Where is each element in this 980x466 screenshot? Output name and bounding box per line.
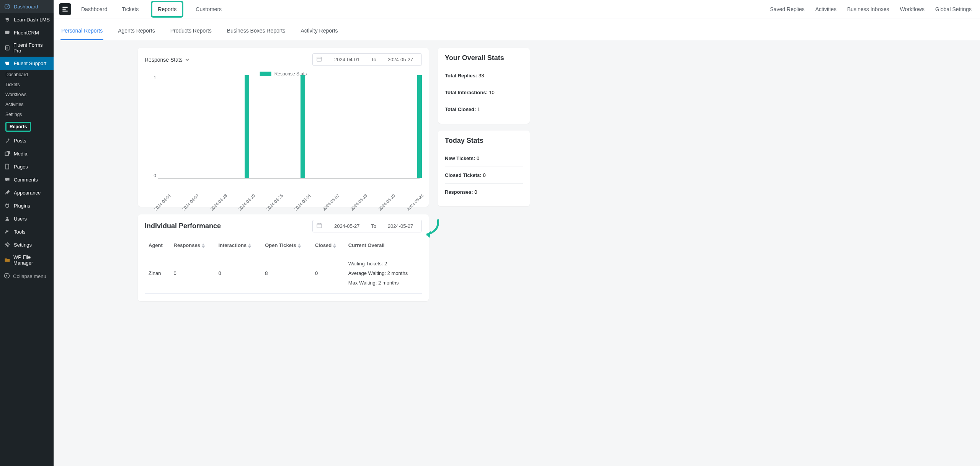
sidebar-item-posts[interactable]: Posts xyxy=(0,134,54,147)
app-logo[interactable] xyxy=(59,3,71,15)
collapse-menu[interactable]: Collapse menu xyxy=(0,270,54,283)
col-closed[interactable]: Closed xyxy=(311,238,345,253)
perf-to-label: To xyxy=(368,223,379,229)
x-tick: 2024-04-01 xyxy=(153,193,172,211)
stat-row: Total Replies: 33 xyxy=(445,67,523,84)
wp-admin-sidebar: Dashboard LearnDash LMS FluentCRM Fluent… xyxy=(0,0,54,466)
today-stats-card: Today Stats New Tickets: 0 Closed Ticket… xyxy=(438,131,530,206)
top-tab-customers[interactable]: Customers xyxy=(193,5,224,14)
sidebar-item-dashboard[interactable]: Dashboard xyxy=(0,0,54,13)
folder-icon xyxy=(4,257,10,263)
sidebar-item-plugins[interactable]: Plugins xyxy=(0,199,54,212)
subtab-activity[interactable]: Activity Reports xyxy=(300,23,338,40)
top-tab-dashboard[interactable]: Dashboard xyxy=(79,5,110,14)
collapse-icon xyxy=(4,273,10,280)
link-global-settings[interactable]: Global Settings xyxy=(935,6,972,12)
content-area: Response Stats To Respo xyxy=(54,40,980,466)
sidebar-label: Fluent Forms Pro xyxy=(13,42,50,54)
overall-title: Your Overall Stats xyxy=(445,54,523,62)
sidebar-item-pages[interactable]: Pages xyxy=(0,160,54,173)
form-icon xyxy=(4,44,10,51)
svg-point-4 xyxy=(7,217,8,219)
chart-bar xyxy=(301,75,305,178)
sidebar-label: Users xyxy=(14,216,27,222)
collapse-label: Collapse menu xyxy=(13,273,46,279)
link-activities[interactable]: Activities xyxy=(815,6,836,12)
cell-agent: Zinan xyxy=(145,253,170,294)
svg-point-5 xyxy=(7,244,8,246)
sort-icon xyxy=(298,244,301,248)
sidebar-sub-reports[interactable]: Reports xyxy=(0,119,54,134)
perf-date-range[interactable]: To xyxy=(312,220,422,232)
col-agent[interactable]: Agent xyxy=(145,238,170,253)
support-icon xyxy=(4,60,11,67)
link-business-inboxes[interactable]: Business Inboxes xyxy=(847,6,889,12)
sidebar-item-tools[interactable]: Tools xyxy=(0,225,54,238)
sidebar-sub-workflows[interactable]: Workflows xyxy=(0,90,54,100)
x-tick: 2024-05-07 xyxy=(322,193,340,211)
side-column: Your Overall Stats Total Replies: 33 Tot… xyxy=(438,48,530,458)
sidebar-sub-activities[interactable]: Activities xyxy=(0,100,54,110)
sidebar-item-media[interactable]: Media xyxy=(0,147,54,160)
col-interactions[interactable]: Interactions xyxy=(214,238,261,253)
svg-rect-1 xyxy=(5,31,9,34)
performance-table: Agent Responses Interactions Open Ticket… xyxy=(145,238,422,294)
x-axis: 2024-04-012024-04-072024-04-132024-04-19… xyxy=(158,178,420,198)
sidebar-item-settings[interactable]: Settings xyxy=(0,238,54,251)
sidebar-label: FluentCRM xyxy=(14,30,39,36)
sort-icon xyxy=(202,244,205,248)
user-icon xyxy=(4,215,11,222)
subtab-personal[interactable]: Personal Reports xyxy=(60,23,103,40)
chart-dropdown[interactable]: Response Stats xyxy=(145,57,189,63)
date-to-label: To xyxy=(368,57,379,62)
date-from-input[interactable] xyxy=(326,54,368,65)
stat-row: New Tickets: 0 xyxy=(445,150,523,167)
chart-plot: Response Stats 1 0 2024-04-012024-04-072… xyxy=(145,71,422,198)
sidebar-item-appearance[interactable]: Appearance xyxy=(0,186,54,199)
sidebar-label: Comments xyxy=(14,177,38,183)
sidebar-item-fluent-support[interactable]: Fluent Support xyxy=(0,57,54,70)
overall-stats-card: Your Overall Stats Total Replies: 33 Tot… xyxy=(438,48,530,124)
perf-date-from[interactable] xyxy=(326,220,368,232)
cap-icon xyxy=(4,16,11,23)
perf-title: Individual Performance xyxy=(145,222,221,230)
link-workflows[interactable]: Workflows xyxy=(900,6,924,12)
sidebar-label: WP File Manager xyxy=(13,254,50,266)
sidebar-sub-tickets[interactable]: Tickets xyxy=(0,80,54,90)
svg-rect-3 xyxy=(5,152,8,155)
col-open-tickets[interactable]: Open Tickets xyxy=(261,238,311,253)
wrench-icon xyxy=(4,228,11,235)
calendar-icon xyxy=(313,54,326,65)
col-responses[interactable]: Responses xyxy=(170,238,215,253)
sidebar-label: Plugins xyxy=(14,203,30,209)
top-tab-reports[interactable]: Reports xyxy=(151,1,183,18)
sidebar-label: LearnDash LMS xyxy=(14,17,50,23)
perf-date-to[interactable] xyxy=(379,220,421,232)
link-saved-replies[interactable]: Saved Replies xyxy=(770,6,804,12)
subtab-products[interactable]: Products Reports xyxy=(170,23,212,40)
stat-row: Closed Tickets: 0 xyxy=(445,167,523,184)
sidebar-label: Dashboard xyxy=(14,4,38,10)
overall-waiting: Waiting Tickets: 2 xyxy=(348,261,418,267)
sidebar-item-users[interactable]: Users xyxy=(0,212,54,225)
arrow-annotation xyxy=(419,217,442,240)
sidebar-sub-dashboard[interactable]: Dashboard xyxy=(0,70,54,80)
col-current-overall[interactable]: Current Overall xyxy=(345,238,422,253)
chart-dropdown-label: Response Stats xyxy=(145,57,183,63)
sidebar-label: Media xyxy=(14,151,27,157)
chart-date-range[interactable]: To xyxy=(312,53,422,66)
sidebar-item-wp-file-manager[interactable]: WP File Manager xyxy=(0,251,54,269)
chart-header: Response Stats To xyxy=(145,53,422,66)
subtab-agents[interactable]: Agents Reports xyxy=(117,23,156,40)
sidebar-item-comments[interactable]: Comments xyxy=(0,173,54,186)
top-tab-tickets[interactable]: Tickets xyxy=(120,5,141,14)
date-to-input[interactable] xyxy=(379,54,421,65)
sidebar-item-fluentcrm[interactable]: FluentCRM xyxy=(0,26,54,39)
sidebar-item-learndash[interactable]: LearnDash LMS xyxy=(0,13,54,26)
cell-responses: 0 xyxy=(170,253,215,294)
overall-avg: Average Waiting: 2 months xyxy=(348,270,418,276)
sidebar-item-fluentforms[interactable]: Fluent Forms Pro xyxy=(0,39,54,57)
sidebar-sub-settings[interactable]: Settings xyxy=(0,110,54,119)
subtab-business-boxes[interactable]: Business Boxes Reports xyxy=(226,23,286,40)
cell-open: 8 xyxy=(261,253,311,294)
